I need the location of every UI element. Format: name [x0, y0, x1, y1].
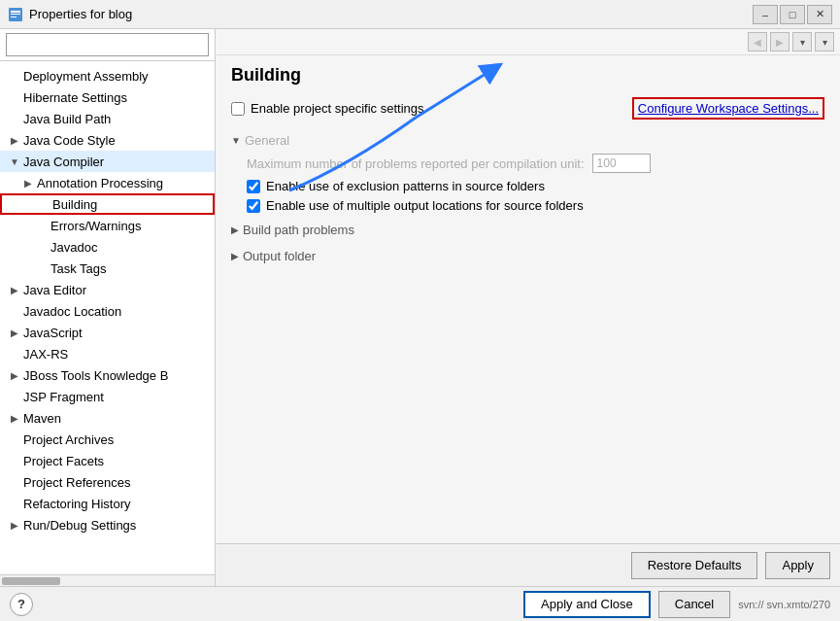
help-button[interactable]: ? [10, 593, 33, 616]
tree-item-label-project-references: Project References [23, 475, 131, 490]
general-body: Maximum number of problems reported per … [231, 150, 824, 213]
svg-rect-1 [11, 11, 20, 13]
general-header: ▼ General [231, 131, 824, 150]
tree-item-label-hibernate-settings: Hibernate Settings [23, 90, 127, 105]
tree-item-hibernate-settings[interactable]: Hibernate Settings [0, 86, 215, 108]
expand-icon-javascript: ▶ [8, 326, 21, 339]
tree-item-label-project-facets: Project Facets [23, 454, 104, 468]
menu-button[interactable]: ▾ [815, 32, 834, 52]
back-button[interactable]: ◀ [748, 32, 767, 52]
tree-item-refactoring-history[interactable]: Refactoring History [0, 493, 215, 514]
cancel-button[interactable]: Cancel [658, 591, 730, 618]
left-panel: Deployment AssemblyHibernate SettingsJav… [0, 29, 216, 586]
close-button[interactable]: ✕ [807, 5, 832, 24]
window-title: Properties for blog [29, 7, 753, 21]
tree-item-maven[interactable]: ▶Maven [0, 407, 215, 429]
tree-item-java-editor[interactable]: ▶Java Editor [0, 279, 215, 300]
minimize-button[interactable]: – [753, 5, 778, 24]
tree-item-label-maven: Maven [23, 411, 61, 426]
tree-item-building[interactable]: Building [0, 193, 215, 215]
tree-item-java-build-path[interactable]: Java Build Path [0, 108, 215, 129]
tree-item-label-errors-warnings: Errors/Warnings [50, 219, 141, 233]
bottom-right-buttons: Apply and Close Cancel svn:// svn.xmto/2… [523, 591, 830, 618]
tree-item-project-facets[interactable]: Project Facets [0, 450, 215, 471]
window-controls: – □ ✕ [753, 5, 832, 24]
forward-button[interactable]: ▶ [770, 32, 790, 52]
bottom-bar: Restore Defaults Apply [216, 543, 840, 586]
spacer-building [37, 197, 50, 211]
dropdown-button[interactable]: ▾ [792, 32, 812, 52]
apply-button[interactable]: Apply [765, 552, 830, 579]
tree-item-label-jboss-tools: JBoss Tools Knowledge B [23, 368, 168, 383]
spacer-jsp-fragment [8, 390, 21, 403]
tree-item-label-java-compiler: Java Compiler [23, 155, 104, 169]
right-toolbar: ◀ ▶ ▾ ▾ [216, 29, 840, 55]
general-caret: ▼ [231, 135, 241, 146]
tree-item-jboss-tools[interactable]: ▶JBoss Tools Knowledge B [0, 364, 215, 386]
spacer-project-facets [8, 454, 21, 467]
tree-item-annotation-processing[interactable]: ▶Annotation Processing [0, 172, 215, 193]
spacer-project-references [8, 475, 21, 489]
configure-workspace-link[interactable]: Configure Workspace Settings... [632, 97, 824, 120]
tree-item-task-tags[interactable]: Task Tags [0, 258, 215, 279]
expand-icon-annotation-processing: ▶ [21, 176, 35, 190]
apply-and-close-button[interactable]: Apply and Close [523, 591, 651, 618]
tree-item-java-code-style[interactable]: ▶Java Code Style [0, 129, 215, 151]
search-box [0, 29, 215, 61]
tree-item-project-references[interactable]: Project References [0, 471, 215, 493]
max-problems-row: Maximum number of problems reported per … [247, 154, 824, 173]
tree-item-javadoc-location[interactable]: Javadoc Location [0, 300, 215, 322]
tree-item-label-java-code-style: Java Code Style [23, 133, 116, 148]
expand-icon-java-editor: ▶ [8, 283, 21, 296]
tree-item-label-project-archives: Project Archives [23, 432, 114, 447]
spacer-deployment-assembly [8, 69, 21, 83]
general-label: General [245, 133, 289, 148]
build-path-caret: ▶ [231, 224, 239, 235]
project-settings-row: Enable project specific settings Configu… [231, 97, 824, 120]
tree-item-label-javadoc: Javadoc [50, 240, 97, 255]
tree-item-label-run-debug-settings: Run/Debug Settings [23, 518, 136, 533]
exclusion-patterns-label: Enable use of exclusion patterns in sour… [266, 179, 545, 193]
tree-item-javadoc[interactable]: Javadoc [0, 236, 215, 258]
maximize-button[interactable]: □ [780, 5, 805, 24]
right-content: Building Enable project specific setting… [216, 55, 840, 543]
tree-item-java-compiler[interactable]: ▼Java Compiler [0, 151, 215, 172]
expand-icon-jboss-tools: ▶ [8, 368, 21, 382]
spacer-project-archives [8, 432, 21, 446]
title-bar: Properties for blog – □ ✕ [0, 0, 840, 29]
svg-rect-2 [11, 14, 20, 15]
horizontal-scrollbar[interactable] [0, 574, 215, 586]
svg-rect-3 [11, 17, 17, 17]
tree-item-label-jax-rs: JAX-RS [23, 347, 68, 362]
enable-project-specific-checkbox[interactable] [231, 102, 245, 116]
tree-item-errors-warnings[interactable]: Errors/Warnings [0, 215, 215, 236]
tree-item-deployment-assembly[interactable]: Deployment Assembly [0, 65, 215, 86]
multiple-output-checkbox[interactable] [247, 199, 260, 213]
build-path-label: Build path problems [243, 223, 354, 237]
output-folder-section: ▶ Output folder [231, 247, 824, 265]
build-path-problems-header[interactable]: ▶ Build path problems [231, 221, 824, 239]
build-path-problems-section: ▶ Build path problems [231, 221, 824, 239]
tree-item-label-java-build-path: Java Build Path [23, 112, 111, 126]
tree-area: Deployment AssemblyHibernate SettingsJav… [0, 61, 215, 574]
very-bottom-bar: ? Apply and Close Cancel svn:// svn.xmto… [0, 586, 840, 621]
tree-item-project-archives[interactable]: Project Archives [0, 429, 215, 450]
tree-item-jsp-fragment[interactable]: JSP Fragment [0, 386, 215, 407]
output-folder-header[interactable]: ▶ Output folder [231, 247, 824, 265]
spacer-javadoc-location [8, 304, 21, 318]
max-problems-input[interactable] [592, 154, 651, 173]
output-folder-caret: ▶ [231, 251, 239, 261]
output-folder-label: Output folder [243, 249, 316, 263]
title-icon [8, 7, 23, 22]
tree-item-label-jsp-fragment: JSP Fragment [23, 390, 104, 404]
expand-icon-java-code-style: ▶ [8, 133, 21, 147]
spacer-task-tags [35, 261, 49, 275]
tree-item-jax-rs[interactable]: JAX-RS [0, 343, 215, 364]
tree-item-run-debug-settings[interactable]: ▶Run/Debug Settings [0, 514, 215, 535]
search-input[interactable] [6, 33, 209, 56]
restore-defaults-button[interactable]: Restore Defaults [631, 552, 758, 579]
spacer-javadoc [35, 240, 49, 254]
exclusion-patterns-checkbox[interactable] [247, 180, 260, 193]
enable-project-specific-label: Enable project specific settings [251, 101, 423, 116]
tree-item-javascript[interactable]: ▶JavaScript [0, 322, 215, 343]
